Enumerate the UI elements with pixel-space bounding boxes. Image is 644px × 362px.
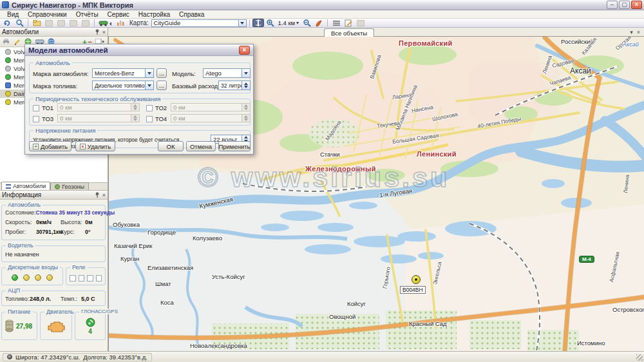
vehicle-state-group: Автомобиль Состояние: Стоянка 35 минут 3… [1, 205, 106, 240]
close-icon[interactable]: × [239, 46, 250, 55]
edit-icon [345, 19, 352, 27]
tab-all-objects[interactable]: Все объекты [324, 28, 374, 37]
delete-button[interactable]: × Удалить [75, 141, 115, 151]
relay-checkbox[interactable] [79, 275, 85, 281]
close-button[interactable]: × [631, 1, 642, 9]
dialog-title-bar[interactable]: Модели автомобилей × [25, 44, 253, 56]
engine-icon [46, 319, 66, 334]
maximize-button[interactable]: ▢ [619, 1, 630, 9]
chevron-down-icon[interactable] [242, 69, 250, 77]
brand-more-button[interactable]: ... [156, 68, 167, 78]
model-combo[interactable]: Atego [203, 68, 251, 78]
close-icon[interactable]: × [637, 29, 640, 35]
driver-value: Не назначен [5, 251, 39, 258]
to2-field: 0 км [171, 103, 251, 111]
relay-checkbox[interactable] [70, 275, 76, 281]
resize-grip[interactable] [636, 354, 643, 361]
ok-button[interactable]: ОК [158, 141, 184, 151]
open-button[interactable] [31, 19, 43, 27]
map-combo[interactable]: CityGuide [151, 19, 247, 27]
cancel-button[interactable]: Отмена [186, 141, 216, 151]
print-button[interactable] [1, 37, 11, 46]
tab-vehicles[interactable]: Автомобили [1, 182, 50, 190]
map-label: Стачки [320, 151, 340, 158]
chart-button[interactable] [115, 19, 126, 27]
home-position-button[interactable] [313, 19, 325, 27]
map-label: Елизаветинская [147, 264, 193, 271]
menu-directories[interactable]: Справочники [23, 11, 71, 18]
menu-settings[interactable]: Настройка [134, 11, 175, 18]
to4-checkbox[interactable]: ТО4 [146, 115, 167, 122]
vehicle-marker-icon[interactable] [412, 275, 421, 284]
pin-icon[interactable] [95, 29, 100, 35]
spinner-arrows[interactable] [242, 81, 250, 90]
zoom-ruler-button[interactable] [252, 19, 264, 27]
edit-map-button[interactable] [343, 19, 354, 27]
car-icon [99, 19, 113, 26]
vehicle-plate-label: В004ВН [400, 286, 426, 294]
pencil-icon [14, 39, 21, 45]
zoom-out-button[interactable] [301, 19, 312, 27]
chevron-down-icon: ▾ [296, 20, 299, 26]
to2-checkbox[interactable]: ТО2 [146, 104, 167, 111]
menu-reports[interactable]: Отчёты [71, 11, 103, 18]
chevron-down-icon[interactable] [238, 20, 246, 26]
car-models-dialog: Модели автомобилей × Автомобиль Марка ав… [24, 44, 254, 155]
search-icon [15, 19, 24, 27]
info-panel-header: Информация × [0, 191, 108, 200]
map-label: Ленинский [417, 150, 457, 158]
printer-icon [3, 39, 10, 44]
speed-value: 0км/ч [36, 219, 61, 225]
power-group: Питание 27,98 [1, 312, 37, 340]
zoom-in-button[interactable] [265, 19, 276, 27]
pin-icon[interactable] [95, 192, 100, 198]
relay-checkbox[interactable] [87, 275, 93, 281]
discrete-inputs-group: Дискретные входы [1, 267, 63, 285]
to1-checkbox[interactable]: ТО1 [33, 104, 53, 111]
vehicle-tracking-button[interactable] [97, 19, 114, 27]
folder-icon [33, 19, 41, 26]
course-value: 0° [85, 229, 91, 235]
chevron-down-icon[interactable]: ▾ [630, 29, 633, 35]
scale-dropdown[interactable]: 1.4 км ▾ [277, 19, 301, 26]
fuel-more-button[interactable]: ... [156, 81, 167, 90]
layers-button[interactable] [330, 19, 342, 27]
apply-button[interactable]: Применить [218, 141, 251, 151]
map-tab-strip: Все объекты ▾ × [108, 28, 644, 37]
map-label: Аксай [570, 66, 591, 75]
minimize-button[interactable]: – [607, 1, 618, 9]
edit-list-button[interactable] [12, 37, 22, 46]
dock-tab-strip: Автомобили Геозоны [0, 182, 108, 191]
close-icon[interactable]: × [102, 29, 106, 35]
undo-button-disabled [68, 19, 79, 27]
battery-icon [5, 319, 14, 332]
window-title: Сириус Навигатор - МПК Виктория [12, 1, 133, 9]
adc-group: АЦП Топливо: 248,0 л. Темп.: 5,0 С [1, 291, 106, 306]
chevron-down-icon[interactable] [145, 69, 153, 77]
map-label: Колузаево [193, 234, 222, 242]
menu-help[interactable]: Справка [175, 11, 209, 18]
info-panel: Информация × Автомобиль Состояние: Стоян… [0, 191, 108, 351]
chart-icon [117, 19, 124, 26]
close-icon[interactable]: × [102, 192, 106, 198]
to1-field: 0 км [57, 103, 140, 111]
select-button-disabled [355, 19, 366, 27]
search-button[interactable] [14, 19, 25, 27]
fuel-combo[interactable]: Дизельное топливо [92, 81, 154, 90]
refresh-button[interactable] [1, 19, 13, 27]
status-bar: Широта: 47.23429°с.ш. Долгота: 39.42353°… [0, 351, 644, 362]
tab-geozones[interactable]: Геозоны [50, 182, 89, 190]
fuel-value: 248,0 л. [30, 296, 61, 302]
map-label: Новоалександровка [190, 342, 247, 349]
consumption-spinner[interactable]: 32 литров [218, 81, 251, 90]
relay-group: Реле [66, 267, 106, 285]
latitude-value: Широта: 47.23429°с.ш. [15, 354, 80, 361]
menu-view[interactable]: Вид [3, 11, 23, 18]
menu-service[interactable]: Сервис [103, 11, 134, 18]
map-label: Шмат [155, 280, 171, 287]
chevron-down-icon[interactable] [145, 81, 153, 90]
add-button[interactable]: + Добавить [29, 141, 71, 151]
relay-checkbox[interactable] [96, 275, 102, 281]
to3-checkbox[interactable]: ТО3 [33, 115, 53, 122]
brand-combo[interactable]: Mercedes-Benz [92, 68, 154, 78]
